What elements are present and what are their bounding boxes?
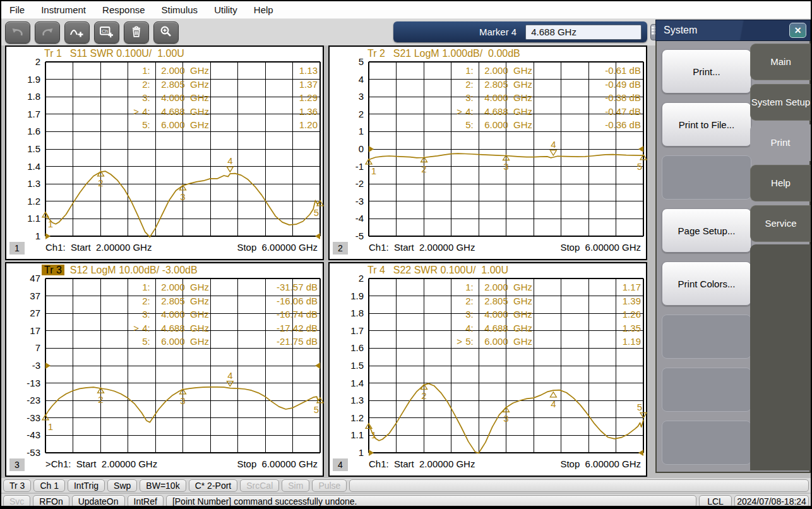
- redo-icon: [40, 25, 55, 40]
- undo-button[interactable]: [5, 21, 30, 44]
- print-colors-button[interactable]: Print Colors...: [662, 261, 751, 306]
- y-tick-label: 1.7: [8, 109, 40, 120]
- print-to-file-button[interactable]: Print to File...: [662, 102, 751, 147]
- channel-badge[interactable]: 2: [333, 242, 348, 254]
- empty-softkey-button: [662, 421, 751, 465]
- marker-symbol-1[interactable]: 1: [42, 212, 53, 229]
- redo-button[interactable]: [35, 21, 60, 44]
- svg-text:5: 5: [637, 161, 642, 172]
- print-button[interactable]: Print...: [662, 49, 751, 93]
- marker-value: 1.26: [580, 308, 641, 321]
- marker-symbol-2[interactable]: 2: [98, 388, 104, 405]
- status-ch-1[interactable]: Ch 1: [33, 479, 65, 492]
- marker-row-5: >5:6.000 GHz1.19: [457, 335, 641, 349]
- bottom-strip: [1, 506, 811, 508]
- y-tick-label: 0: [331, 143, 364, 155]
- marker-symbol-4[interactable]: 4: [227, 155, 233, 172]
- marker-label: Marker 4: [479, 27, 516, 37]
- marker-frequency: 6.000 GHz: [161, 335, 257, 349]
- status-sim[interactable]: Sim: [282, 479, 309, 492]
- marker-frequency: 2.000 GHz: [161, 280, 257, 294]
- menu-item-utility[interactable]: Utility: [206, 1, 246, 19]
- trace-label[interactable]: Tr 4: [365, 265, 388, 275]
- status-inttrig[interactable]: IntTrig: [68, 479, 105, 492]
- marker-symbol-1[interactable]: 1: [42, 415, 53, 432]
- reference-level-arrow: [638, 146, 643, 152]
- tab-print[interactable]: Print: [750, 124, 811, 161]
- status-srccal[interactable]: SrcCal: [240, 479, 279, 492]
- x-axis-start-label: Ch1: Start 2.00000 GHz: [369, 458, 475, 469]
- marker-frequency-input[interactable]: [525, 25, 642, 40]
- marker-row-3: 3:4.000 GHz-16.74 dB: [133, 308, 318, 321]
- marker-symbol-1[interactable]: 1: [366, 159, 376, 176]
- trace-label[interactable]: Tr 2: [365, 48, 388, 59]
- marker-value: -0.47 dB: [580, 105, 641, 119]
- status-c-2-port[interactable]: C* 2-Port: [189, 479, 238, 492]
- active-marker-caret: >: [457, 335, 465, 349]
- y-tick-label: 1.6: [331, 342, 364, 354]
- menu-item-help[interactable]: Help: [246, 1, 282, 19]
- marker-symbol-2[interactable]: 2: [421, 157, 427, 174]
- y-tick-label: -53: [8, 447, 40, 458]
- menu-item-stimulus[interactable]: Stimulus: [153, 1, 206, 19]
- trace-label[interactable]: Tr 3: [42, 265, 64, 275]
- marker-symbol-4[interactable]: 4: [550, 392, 556, 409]
- menu-item-file[interactable]: File: [1, 1, 33, 19]
- trash-button[interactable]: [124, 21, 149, 44]
- marker-row-2: 2:2.805 GHz-16.06 dB: [133, 294, 318, 308]
- add-channel-button[interactable]: Ch: [94, 21, 119, 44]
- marker-symbol-5[interactable]: 5: [637, 155, 647, 172]
- channel-badge[interactable]: 3: [9, 458, 25, 471]
- marker-value: 1.37: [257, 78, 318, 92]
- menu-item-response[interactable]: Response: [94, 1, 153, 19]
- y-tick-label: 1.5: [331, 360, 364, 371]
- chart-tr3: Tr 3 S12 LogM 10.00dB/ -3.00dB473727177-…: [5, 262, 324, 477]
- marker-symbol-5[interactable]: 5: [637, 402, 647, 418]
- marker-number: 5:: [465, 335, 484, 349]
- status-pulse[interactable]: Pulse: [312, 479, 347, 492]
- marker-readout-table: 1:2.000 GHz1.132:2.805 GHz1.373:4.000 GH…: [133, 64, 318, 132]
- trace-label[interactable]: Tr 1: [42, 48, 64, 59]
- channel-badge[interactable]: 1: [9, 242, 25, 254]
- marker-number: 3:: [142, 91, 161, 105]
- marker-symbol-1[interactable]: 1: [366, 423, 376, 440]
- add-trace-button[interactable]: [64, 21, 90, 44]
- y-tick-label: 1: [8, 231, 40, 242]
- tab-help[interactable]: Help: [750, 165, 811, 201]
- marker-row-1: 1:2.000 GHz-0.61 dB: [457, 64, 641, 78]
- marker-symbol-4[interactable]: 4: [550, 139, 556, 155]
- marker-value: -0.49 dB: [580, 78, 641, 92]
- tab-main[interactable]: Main: [750, 44, 811, 80]
- marker-row-4: >4:4.688 GHz-17.42 dB: [133, 321, 318, 335]
- y-tick-label: -3: [8, 360, 40, 371]
- marker-value: 1.35: [580, 321, 641, 335]
- svg-text:Ch: Ch: [102, 28, 108, 34]
- marker-frequency: 2.000 GHz: [161, 64, 257, 78]
- y-tick-label: 2: [331, 273, 364, 284]
- svg-text:3: 3: [180, 191, 185, 202]
- close-icon[interactable]: ✕: [789, 23, 806, 38]
- marker-number: 2:: [465, 294, 484, 308]
- channel-badge[interactable]: 4: [333, 458, 348, 471]
- vna-application-window: FileInstrumentResponseStimulusUtilityHel…: [0, 0, 812, 509]
- svg-text:5: 5: [314, 404, 319, 415]
- status-filler: [349, 479, 809, 492]
- chart-title: Tr 2 S21 LogM 1.000dB/ 0.00dB: [365, 48, 520, 59]
- chart-title: Tr 3 S12 LogM 10.00dB/ -3.00dB: [42, 265, 198, 276]
- marker-row-1: 1:2.000 GHz-31.57 dB: [133, 280, 318, 294]
- status-tr-3[interactable]: Tr 3: [3, 479, 31, 492]
- status-swp[interactable]: Swp: [107, 479, 137, 492]
- marker-row-5: 5:6.000 GHz-21.75 dB: [133, 335, 318, 349]
- marker-symbol-4[interactable]: 4: [227, 370, 233, 386]
- zoom-button[interactable]: [153, 21, 179, 44]
- y-tick-label: -33: [8, 412, 40, 424]
- add-trace-icon: [69, 25, 85, 40]
- status-bw-10k[interactable]: BW=10k: [140, 479, 186, 492]
- tab-service[interactable]: Service: [750, 205, 811, 242]
- tab-system-setup[interactable]: System Setup: [750, 84, 811, 121]
- marker-number: 2:: [142, 78, 161, 92]
- chart-tr1: Tr 1 S11 SWR 0.100U/ 1.00U21.91.81.71.61…: [5, 45, 324, 260]
- marker-row-4: >4:4.688 GHz1.36: [133, 105, 318, 119]
- menu-item-instrument[interactable]: Instrument: [33, 1, 94, 19]
- page-setup-button[interactable]: Page Setup...: [662, 208, 751, 253]
